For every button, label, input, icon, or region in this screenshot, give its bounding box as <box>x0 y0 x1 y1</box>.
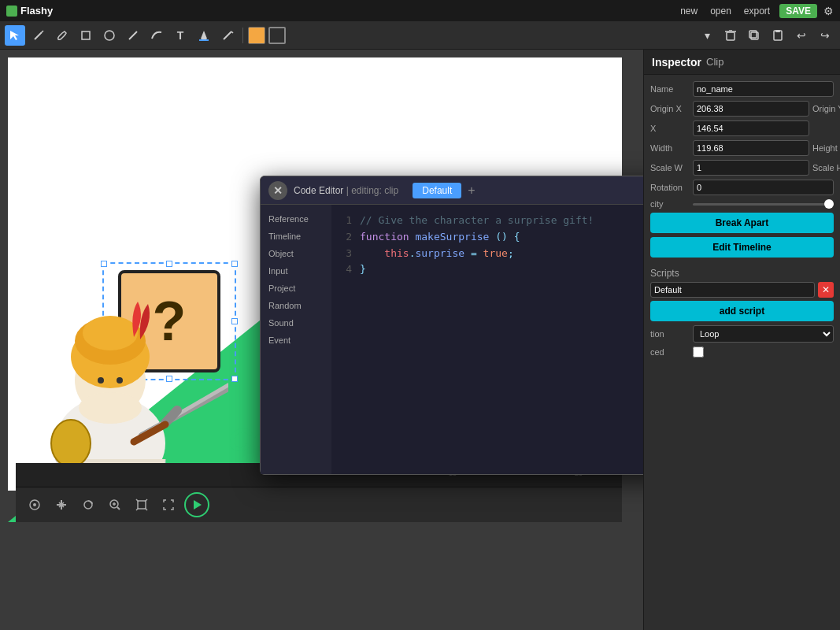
delete-tool[interactable] <box>720 25 741 46</box>
inspector-height-label: Height <box>812 143 840 153</box>
svg-line-43 <box>145 508 147 510</box>
inspector-rotation-input[interactable] <box>693 180 834 195</box>
svg-point-21 <box>98 377 104 384</box>
rect-tool[interactable] <box>76 25 96 46</box>
svg-marker-0 <box>10 31 19 40</box>
inspector-looped-checkbox[interactable] <box>693 346 704 358</box>
inspector-scripts-label: Scripts <box>650 268 834 279</box>
fill-color-swatch[interactable] <box>248 27 265 44</box>
svg-line-40 <box>136 499 139 502</box>
ellipse-tool[interactable] <box>99 25 120 46</box>
code-sidebar-sound[interactable]: Sound <box>265 317 327 329</box>
svg-marker-44 <box>194 500 202 510</box>
dropdown-arrow[interactable]: ▾ <box>697 25 717 46</box>
sel-handle-mr[interactable] <box>231 318 238 324</box>
inspector-action-label: tion <box>650 329 690 339</box>
svg-point-20 <box>83 316 138 350</box>
redo-tool[interactable]: ↪ <box>815 25 835 46</box>
canvas-area[interactable]: ? <box>0 50 643 630</box>
code-sidebar-input[interactable]: Input <box>265 265 327 277</box>
playbar-move-icon[interactable] <box>50 494 72 516</box>
code-sidebar-event[interactable]: Event <box>265 334 327 346</box>
stroke-color-swatch[interactable] <box>268 27 286 44</box>
sel-handle-tr[interactable] <box>231 261 238 267</box>
svg-point-4 <box>105 31 114 40</box>
main-layout: ? <box>0 50 840 630</box>
svg-rect-9 <box>727 32 735 40</box>
playbar-zoom-icon[interactable] <box>104 494 126 516</box>
add-script-button[interactable]: add script <box>650 301 834 321</box>
svg-line-26 <box>165 410 177 423</box>
inspector-header: Inspector Clip <box>644 50 840 75</box>
svg-rect-15 <box>775 30 780 32</box>
inspector-script-delete-button[interactable]: ✕ <box>818 282 834 298</box>
inspector-scale-w-input[interactable] <box>693 160 809 176</box>
app-logo-icon <box>6 6 17 17</box>
break-apart-button[interactable]: Break Apart <box>650 213 834 233</box>
edit-timeline-button[interactable]: Edit Timeline <box>650 237 834 258</box>
code-editor-title-text: Code Editor <box>294 185 343 196</box>
code-tab-add-button[interactable]: + <box>464 183 478 198</box>
fill-tool[interactable] <box>194 25 214 46</box>
pencil-tool[interactable] <box>28 25 49 46</box>
toolbar: T ▾ ↩ ↪ <box>0 21 840 50</box>
inspector-origin-x-input[interactable] <box>693 101 809 117</box>
code-editor-content[interactable]: 1// Give the character a surprise gift! … <box>331 205 643 474</box>
code-sidebar-random[interactable]: Random <box>265 299 327 312</box>
playbar-rotate-icon[interactable] <box>77 494 99 516</box>
play-button[interactable] <box>184 492 209 517</box>
code-sidebar-object[interactable]: Object <box>265 247 327 260</box>
copy-tool[interactable] <box>744 25 764 46</box>
menubar: Flashy new open export SAVE ⚙ <box>0 0 840 21</box>
inspector-action-select[interactable]: Loop Once Ping-Pong <box>693 325 834 343</box>
select-tool[interactable] <box>5 25 25 46</box>
code-editor-body: Reference Timeline Object Input Project … <box>261 205 643 474</box>
code-sidebar-project[interactable]: Project <box>265 282 327 295</box>
line-tool[interactable] <box>123 25 143 46</box>
svg-line-8 <box>231 32 233 33</box>
inspector-looped-label: ced <box>650 347 690 357</box>
export-menu-item[interactable]: export <box>741 4 773 18</box>
undo-tool[interactable]: ↩ <box>791 25 812 46</box>
app-logo: Flashy <box>6 5 53 17</box>
inspector-name-row: Name <box>650 81 834 97</box>
code-editor-title: Code Editor | editing: clip <box>294 185 398 196</box>
inspector-action-row: tion Loop Once Ping-Pong <box>650 325 834 343</box>
svg-rect-6 <box>199 39 209 41</box>
new-menu-item[interactable]: new <box>677 4 701 18</box>
svg-rect-3 <box>82 32 90 39</box>
save-button[interactable]: SAVE <box>779 4 817 18</box>
inspector-width-input[interactable] <box>693 140 809 156</box>
inspector-origin-row: Origin X Origin Y <box>650 101 834 117</box>
code-sidebar-reference[interactable]: Reference <box>265 213 327 225</box>
code-sidebar-timeline[interactable]: Timeline <box>265 230 327 243</box>
svg-point-22 <box>117 377 123 384</box>
playbar-target-icon[interactable] <box>24 494 46 516</box>
paste-tool[interactable] <box>768 25 788 46</box>
code-editor: ✕ Code Editor | editing: clip Default + … <box>260 176 643 475</box>
open-menu-item[interactable]: open <box>707 4 735 18</box>
playbar-scale-icon[interactable] <box>131 494 153 516</box>
inspector-name-input[interactable] <box>693 81 834 97</box>
settings-icon[interactable]: ⚙ <box>823 5 834 17</box>
eraser-tool[interactable] <box>217 25 238 46</box>
inspector-title: Inspector <box>652 56 701 69</box>
code-editor-close-button[interactable]: ✕ <box>268 181 287 200</box>
inspector-opacity-label: city <box>650 199 690 209</box>
playbar-fullscreen-icon[interactable] <box>157 494 179 516</box>
code-editor-tabs: Default + <box>413 183 478 198</box>
opacity-slider[interactable] <box>693 203 834 206</box>
sel-handle-br[interactable] <box>231 376 238 382</box>
text-tool[interactable]: T <box>170 25 191 46</box>
inspector-x-input[interactable] <box>693 120 809 136</box>
brush-tool[interactable] <box>52 25 72 46</box>
svg-line-1 <box>35 32 42 39</box>
inspector-y-label: Y <box>812 124 840 133</box>
path-tool[interactable] <box>146 25 167 46</box>
toolbar-separator <box>242 28 243 43</box>
svg-line-41 <box>145 499 147 502</box>
code-tab-default[interactable]: Default <box>413 183 461 198</box>
inspector-script-name-input[interactable] <box>650 282 815 298</box>
inspector-origin-x-label: Origin X <box>650 104 690 113</box>
svg-line-2 <box>42 31 43 32</box>
